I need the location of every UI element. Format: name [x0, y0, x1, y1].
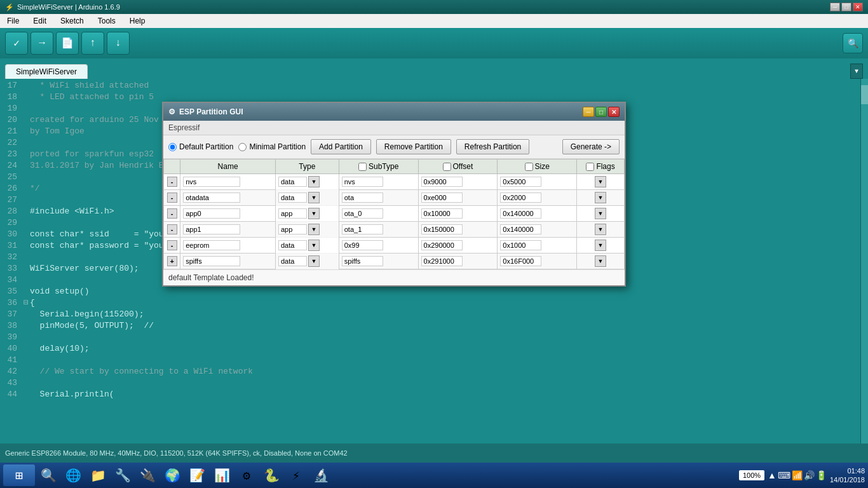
type-input[interactable] [278, 224, 307, 234]
zoom-level[interactable]: 100% [739, 470, 764, 480]
size-checkbox[interactable] [525, 163, 533, 171]
subtype-input[interactable] [342, 193, 383, 203]
taskbar-clock[interactable]: 01:48 14/01/2018 [830, 466, 865, 485]
size-input[interactable] [500, 240, 541, 250]
taskbar-icon-4[interactable]: 🔌 [136, 464, 159, 486]
type-dropdown[interactable]: ▼ [308, 176, 320, 187]
taskbar-arrow-icon[interactable]: ▲ [768, 470, 776, 480]
scrollbar-thumb[interactable] [861, 85, 868, 104]
flags-dropdown[interactable]: ▼ [595, 176, 606, 187]
type-dropdown[interactable]: ▼ [308, 224, 320, 235]
offset-input[interactable] [421, 177, 463, 187]
name-input[interactable] [183, 208, 240, 219]
start-button[interactable]: ⊞ [3, 464, 35, 486]
name-input[interactable] [183, 193, 240, 203]
row-ctrl-btn[interactable]: - [167, 224, 177, 234]
name-input[interactable] [183, 256, 240, 266]
save-button[interactable]: ↓ [107, 32, 130, 55]
flags-checkbox[interactable] [586, 163, 594, 171]
taskbar-icon-8[interactable]: ⚙ [235, 464, 258, 486]
subtype-input[interactable] [342, 224, 383, 234]
radio-minimal-input[interactable] [238, 143, 247, 151]
subtype-input[interactable] [342, 240, 383, 250]
offset-input[interactable] [421, 256, 463, 266]
offset-checkbox[interactable] [443, 163, 451, 171]
dialog-close-button[interactable]: ✕ [608, 107, 620, 117]
type-dropdown[interactable]: ▼ [308, 208, 320, 219]
flags-dropdown[interactable]: ▼ [595, 208, 606, 219]
size-input[interactable] [500, 208, 541, 219]
type-dropdown[interactable]: ▼ [308, 240, 320, 251]
offset-input[interactable] [421, 208, 463, 219]
add-partition-button[interactable]: Add Partition [311, 139, 371, 154]
vertical-scrollbar[interactable] [860, 79, 868, 469]
menu-help[interactable]: Help [126, 15, 149, 27]
refresh-partition-button[interactable]: Refresh Partition [456, 139, 529, 154]
table-row: - ▼ ▼ [164, 222, 625, 238]
tab-simplewifiserver[interactable]: SimpleWiFiServer [5, 64, 88, 79]
taskbar-icon-11[interactable]: 🔬 [309, 464, 332, 486]
type-input[interactable] [278, 240, 307, 250]
size-input[interactable] [500, 224, 541, 234]
taskbar-icon-1[interactable]: 🌐 [62, 464, 85, 486]
taskbar-icon-7[interactable]: 📊 [210, 464, 233, 486]
remove-partition-button[interactable]: Remove Partition [376, 139, 451, 154]
new-button[interactable]: 📄 [56, 32, 79, 55]
menu-edit[interactable]: Edit [29, 15, 50, 27]
row-ctrl-btn[interactable]: - [167, 177, 177, 187]
offset-input[interactable] [421, 193, 463, 203]
size-input[interactable] [500, 193, 541, 203]
flags-dropdown[interactable]: ▼ [595, 224, 606, 235]
menu-tools[interactable]: Tools [94, 15, 119, 27]
close-button[interactable]: ✕ [853, 3, 863, 11]
dialog-maximize-button[interactable]: □ [595, 107, 607, 117]
col-ctrl [164, 159, 180, 174]
row-ctrl-btn[interactable]: - [167, 240, 177, 250]
upload-button[interactable]: → [31, 32, 53, 55]
taskbar-icon-0[interactable]: 🔍 [37, 464, 60, 486]
taskbar-icon-3[interactable]: 🔧 [111, 464, 134, 486]
subtype-input[interactable] [342, 208, 383, 219]
row-ctrl-btn[interactable]: - [167, 208, 177, 219]
radio-minimal-partition[interactable]: Minimal Partition [238, 142, 306, 151]
run-button[interactable]: ✓ [5, 32, 28, 55]
maximize-button[interactable]: □ [841, 3, 851, 11]
flags-dropdown[interactable]: ▼ [595, 240, 606, 251]
offset-input[interactable] [421, 240, 463, 250]
taskbar-icon-2[interactable]: 📁 [86, 464, 109, 486]
subtype-checkbox[interactable] [358, 163, 367, 171]
flags-dropdown[interactable]: ▼ [595, 192, 606, 203]
name-input[interactable] [183, 177, 240, 187]
row-ctrl-btn[interactable]: + [167, 256, 177, 266]
radio-default-input[interactable] [168, 143, 177, 151]
minimize-button[interactable]: ─ [830, 3, 840, 11]
menu-sketch[interactable]: Sketch [57, 15, 88, 27]
menu-file[interactable]: File [3, 15, 23, 27]
taskbar-icon-6[interactable]: 📝 [186, 464, 208, 486]
name-input[interactable] [183, 240, 240, 250]
subtype-input[interactable] [342, 177, 383, 187]
type-input[interactable] [278, 177, 307, 187]
row-ctrl-btn[interactable]: - [167, 193, 177, 203]
type-dropdown[interactable]: ▼ [308, 192, 320, 203]
generate-button[interactable]: Generate -> [562, 139, 620, 154]
open-button[interactable]: ↑ [81, 32, 104, 55]
taskbar-icon-10[interactable]: ⚡ [285, 464, 308, 486]
subtype-input[interactable] [342, 256, 383, 266]
offset-input[interactable] [421, 224, 463, 234]
name-input[interactable] [183, 224, 240, 234]
tab-bar: SimpleWiFiServer ▼ [0, 58, 868, 79]
dialog-minimize-button[interactable]: ─ [583, 107, 594, 117]
size-input[interactable] [500, 177, 541, 187]
taskbar-icon-5[interactable]: 🌍 [161, 464, 184, 486]
type-input[interactable] [278, 208, 307, 219]
tab-dropdown[interactable]: ▼ [850, 64, 863, 79]
type-input[interactable] [278, 193, 307, 203]
size-input[interactable] [500, 256, 541, 266]
flags-dropdown[interactable]: ▼ [595, 255, 606, 267]
radio-default-partition[interactable]: Default Partition [168, 142, 233, 151]
search-button[interactable]: 🔍 [843, 33, 863, 53]
type-dropdown[interactable]: ▼ [308, 255, 320, 267]
type-input[interactable] [278, 256, 307, 266]
taskbar-icon-9[interactable]: 🐍 [260, 464, 283, 486]
